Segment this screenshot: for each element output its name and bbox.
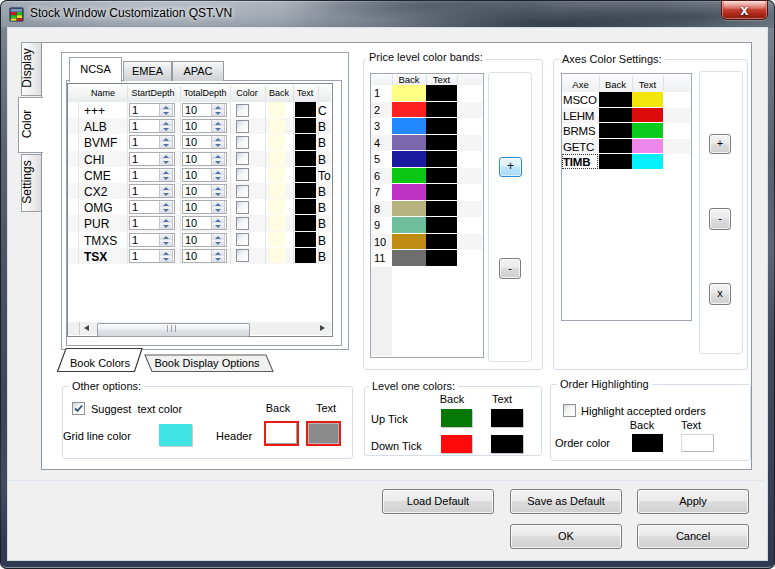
svg-text:Book Colors: Book Colors [70,357,130,369]
svg-text:Book Display Options: Book Display Options [154,357,260,369]
